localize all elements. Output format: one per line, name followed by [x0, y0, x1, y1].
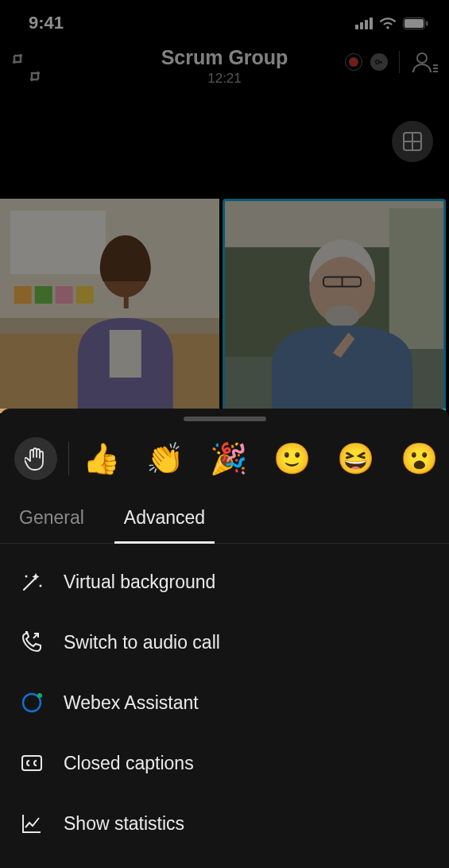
grid-layout-icon [402, 131, 423, 152]
assistant-circle-icon [19, 690, 45, 715]
phone-arrow-icon [19, 630, 45, 655]
svg-rect-12 [35, 286, 52, 304]
battery-icon [403, 17, 428, 29]
status-indicators [355, 17, 428, 29]
participants-icon[interactable] [411, 51, 438, 73]
svg-point-23 [324, 305, 358, 327]
sparkle-wand-icon [19, 569, 45, 595]
menu-show-statistics[interactable]: Show statistics [19, 793, 430, 854]
svg-rect-1 [404, 19, 424, 28]
lock-icon [370, 53, 388, 71]
menu-label: Closed captions [64, 753, 194, 774]
reactions-row: 👍 👏 🎉 🙂 😆 😮 [0, 421, 449, 498]
call-duration: 12:21 [0, 71, 449, 87]
options-sheet: 👍 👏 🎉 🙂 😆 😮 General Advanced Virtual bac… [0, 409, 449, 868]
menu-switch-audio[interactable]: Switch to audio call [19, 612, 430, 672]
svg-rect-11 [14, 286, 32, 304]
svg-rect-13 [56, 286, 73, 304]
raise-hand-button[interactable] [14, 437, 57, 480]
sheet-tabs: General Advanced [0, 498, 449, 544]
participant-tile[interactable] [0, 199, 219, 413]
svg-rect-20 [389, 208, 443, 349]
raise-hand-icon [25, 447, 47, 471]
svg-rect-14 [76, 286, 94, 304]
svg-point-27 [40, 585, 42, 587]
status-time: 9:41 [29, 13, 64, 33]
svg-point-26 [25, 575, 28, 578]
reaction-smile[interactable]: 🙂 [260, 441, 323, 476]
reaction-thumbs-up[interactable]: 👍 [69, 441, 133, 476]
video-grid [0, 199, 449, 413]
svg-rect-2 [426, 21, 428, 25]
line-chart-icon [19, 811, 45, 836]
svg-point-4 [417, 53, 427, 63]
closed-captions-icon [19, 750, 45, 776]
participant-tile-active[interactable] [223, 199, 447, 413]
menu-label: Webex Assistant [64, 692, 199, 714]
divider [399, 51, 400, 73]
call-topbar: Scrum Group 12:21 [0, 46, 449, 103]
tab-general[interactable]: General [19, 498, 84, 543]
cellular-icon [355, 17, 373, 29]
svg-point-3 [376, 60, 379, 64]
status-bar: 9:41 [0, 0, 449, 46]
menu-webex-assistant[interactable]: Webex Assistant [19, 672, 430, 733]
reaction-laugh[interactable]: 😆 [323, 441, 387, 476]
svg-point-29 [37, 693, 42, 698]
menu-closed-captions[interactable]: Closed captions [19, 733, 430, 793]
tab-advanced[interactable]: Advanced [124, 498, 205, 543]
recording-indicator-icon [345, 53, 362, 71]
menu-label: Switch to audio call [64, 632, 220, 653]
menu-label: Show statistics [64, 813, 184, 835]
reaction-party[interactable]: 🎉 [196, 441, 260, 476]
layout-button[interactable] [392, 121, 433, 162]
svg-rect-30 [22, 756, 41, 770]
svg-rect-10 [10, 211, 106, 274]
wifi-icon [379, 17, 397, 29]
menu-label: Virtual background [64, 572, 215, 593]
reaction-clap[interactable]: 👏 [133, 441, 196, 476]
menu-virtual-background[interactable]: Virtual background [19, 552, 430, 612]
svg-rect-17 [124, 294, 129, 308]
reaction-wow[interactable]: 😮 [387, 441, 449, 476]
advanced-menu: Virtual background Switch to audio call … [0, 544, 449, 862]
